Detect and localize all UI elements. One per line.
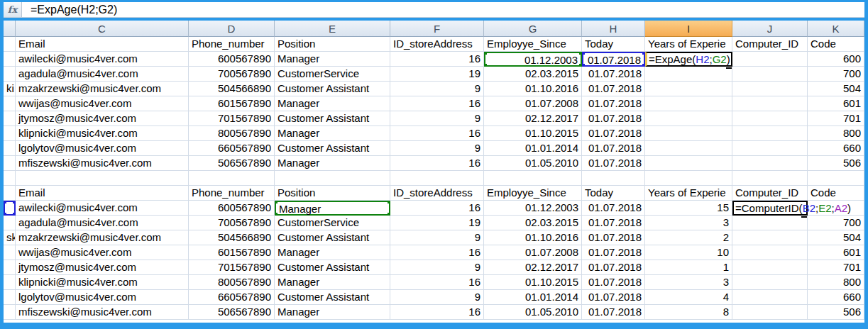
cell[interactable]: 601 [808,245,864,260]
header-cell[interactable]: Code [808,37,864,52]
cell[interactable]: 01.07.2018 [582,290,645,305]
cell[interactable]: Manager [275,96,390,111]
cell[interactable]: 506567890 [189,156,275,171]
cell[interactable]: 16 [390,245,484,260]
cell[interactable]: 01.07.2018 [582,201,645,216]
cell[interactable]: 701567890 [189,111,275,126]
cell-b-overflow[interactable] [4,275,16,290]
cell[interactable]: Manager [275,305,390,320]
cell[interactable]: 01.10.2015 [484,275,582,290]
cell[interactable]: 16 [390,201,484,216]
cell[interactable]: 2 [645,230,732,245]
cell[interactable]: Customer Assistant [275,82,390,96]
cell[interactable]: 506 [808,156,864,171]
cell[interactable]: 01.12.2003 [484,52,582,67]
cell[interactable]: agadula@music4ver.com [16,216,189,230]
cell[interactable]: Manager [275,201,390,216]
cell[interactable] [484,171,582,186]
cell[interactable]: 9 [390,141,484,156]
cell[interactable]: 660567890 [189,290,275,305]
column-header-g[interactable]: G [484,21,582,37]
cell[interactable]: 506567890 [189,305,275,320]
cell[interactable]: 601567890 [189,96,275,111]
ref-range-handle[interactable] [13,213,16,216]
cell[interactable]: 8 [645,305,732,320]
ref-range-handle[interactable] [582,64,585,67]
cell[interactable]: 01.07.2018 [582,67,645,82]
header-cell[interactable]: Email [16,186,189,201]
cell-b-sliver[interactable] [4,186,16,201]
cell[interactable]: 504566890 [189,230,275,245]
cell[interactable]: mzakrzewski@music4ver.com [16,230,189,245]
ref-range-handle[interactable] [582,52,585,55]
cell[interactable]: 01.10.2016 [484,82,582,96]
cell[interactable]: 601567890 [189,245,275,260]
cell-b-overflow[interactable]: ski [4,230,16,245]
cell[interactable] [732,126,808,141]
cell[interactable]: lgolytov@music4ver.com [16,290,189,305]
cell[interactable] [732,260,808,275]
cell[interactable]: 800567890 [189,275,275,290]
cell[interactable]: 1 [645,260,732,275]
formula-input[interactable]: =ExpAge(H2;G2) [22,2,864,17]
cell[interactable] [582,171,645,186]
cell[interactable]: 15 [645,201,732,216]
cell[interactable] [732,156,808,171]
cell[interactable]: 01.07.2018 [582,126,645,141]
cell[interactable]: mzakrzewski@music4ver.com [16,82,189,96]
column-header-c[interactable]: C [16,21,189,37]
header-cell[interactable]: Employye_Since [484,37,582,52]
cell[interactable]: 800 [808,275,864,290]
cell[interactable]: 601 [808,96,864,111]
cell[interactable]: 504 [808,82,864,96]
cell[interactable]: agadula@music4ver.com [16,67,189,82]
ref-range-handle[interactable] [275,201,278,203]
cell[interactable] [808,171,864,186]
cell[interactable] [4,171,16,186]
cell[interactable] [645,96,732,111]
cell-b-overflow[interactable] [4,260,16,275]
cell[interactable] [732,96,808,111]
header-cell[interactable]: Phone_number [189,37,275,52]
header-cell[interactable]: Employye_Since [484,186,582,201]
column-header-k[interactable]: K [808,21,864,37]
header-cell[interactable]: Today [582,186,645,201]
cell[interactable]: 02.12.2017 [484,260,582,275]
formula-cell[interactable]: =ExpAge(H2;G2) [645,52,732,67]
cell-b-overflow[interactable]: ki [4,82,16,96]
cell[interactable]: 19 [390,216,484,230]
column-header-h[interactable]: H [582,21,645,37]
cell[interactable]: mfiszewski@music4ver.com [16,305,189,320]
header-cell[interactable]: Email [16,37,189,52]
cell[interactable]: 01.10.2016 [484,230,582,245]
cell[interactable]: 01.05.2010 [484,305,582,320]
cell[interactable]: 01.07.2018 [582,111,645,126]
cell[interactable]: 02.03.2015 [484,67,582,82]
cell[interactable]: 9 [390,290,484,305]
cell[interactable]: 01.07.2018 [582,82,645,96]
cell[interactable]: 01.07.2018 [582,245,645,260]
cell[interactable] [390,171,484,186]
cell[interactable]: Customer Assistant [275,230,390,245]
cell-b-overflow[interactable] [4,156,16,171]
cell[interactable]: 504566890 [189,82,275,96]
cell-b-overflow[interactable] [4,126,16,141]
header-cell[interactable]: Computer_ID [732,37,808,52]
cell[interactable] [732,67,808,82]
cell[interactable]: 701567890 [189,260,275,275]
cell[interactable]: 01.07.2018 [582,260,645,275]
cell[interactable]: 700 [808,216,864,230]
cell[interactable] [732,141,808,156]
cell[interactable]: 660 [808,141,864,156]
cell[interactable] [732,82,808,96]
cell[interactable]: CustomerService [275,67,390,82]
cell[interactable]: mfiszewski@music4ver.com [16,156,189,171]
cell[interactable]: 01.07.2008 [484,96,582,111]
cell[interactable] [645,156,732,171]
ref-range-handle[interactable] [484,64,487,67]
cell-b-overflow[interactable] [4,305,16,320]
cell[interactable]: 19 [390,67,484,82]
cell[interactable]: lgolytov@music4ver.com [16,141,189,156]
cell[interactable]: 16 [390,52,484,67]
cell[interactable]: 01.10.2015 [484,126,582,141]
